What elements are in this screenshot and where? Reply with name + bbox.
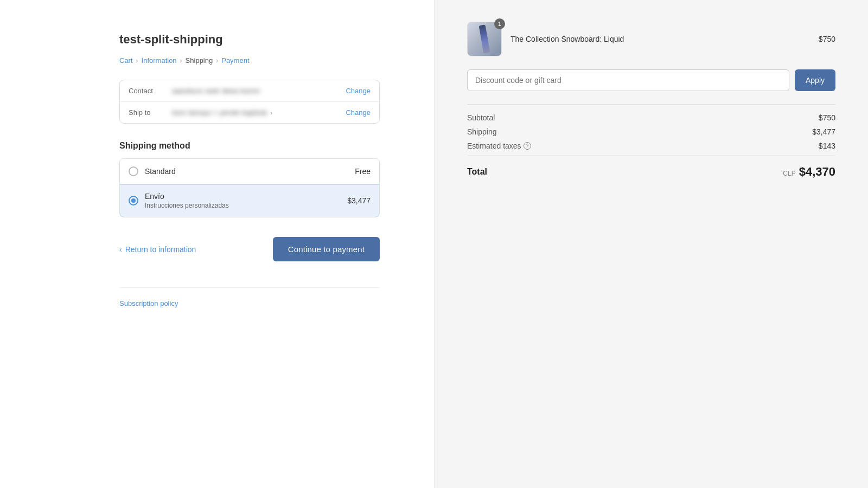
total-amount: $4,370 bbox=[799, 165, 835, 179]
option-name-standard: Standard bbox=[145, 167, 348, 176]
option-info-standard: Standard bbox=[145, 167, 348, 176]
radio-envio bbox=[129, 196, 138, 206]
summary-divider-2 bbox=[467, 156, 835, 156]
product-row: 1 The Collection Snowboard: Liquid $750 bbox=[467, 22, 835, 56]
breadcrumb-cart[interactable]: Cart bbox=[119, 56, 133, 65]
discount-code-input[interactable] bbox=[467, 69, 789, 91]
ship-to-obfuscated-value: toon laiceyo > yende kapitula bbox=[172, 108, 267, 117]
checkout-left-panel: test-split-shipping Cart › Information ›… bbox=[0, 0, 434, 488]
subtotal-label: Subtotal bbox=[467, 113, 495, 122]
return-to-information-link[interactable]: ‹ Return to information bbox=[119, 245, 196, 254]
shipping-label: Shipping bbox=[467, 127, 497, 136]
ship-to-arrow-icon: › bbox=[271, 110, 273, 116]
ship-to-change-link[interactable]: Change bbox=[346, 108, 371, 117]
breadcrumb-shipping: Shipping bbox=[186, 56, 213, 65]
shipping-value: $3,477 bbox=[812, 127, 835, 136]
total-currency-code: CLP bbox=[783, 170, 795, 177]
page-footer: Subscription policy bbox=[119, 287, 380, 307]
shipping-row: Shipping $3,477 bbox=[467, 127, 835, 136]
tax-info-icon[interactable]: ? bbox=[524, 142, 531, 150]
breadcrumb-sep-2: › bbox=[180, 57, 182, 65]
subtotal-value: $750 bbox=[819, 113, 835, 122]
shipping-method-title: Shipping method bbox=[119, 141, 380, 151]
contact-row: Contact aaeoburo oedr deea loonm Change bbox=[120, 80, 379, 102]
contact-obfuscated-value: aaeoburo oedr deea loonm bbox=[172, 87, 260, 95]
ship-to-label: Ship to bbox=[129, 108, 165, 117]
chevron-left-icon: ‹ bbox=[119, 245, 122, 254]
breadcrumb: Cart › Information › Shipping › Payment bbox=[119, 56, 380, 65]
option-price-standard: Free bbox=[355, 167, 371, 176]
shipping-option-standard[interactable]: Standard Free bbox=[120, 159, 379, 184]
breadcrumb-information[interactable]: Information bbox=[142, 56, 177, 65]
product-name: The Collection Snowboard: Liquid bbox=[510, 35, 810, 43]
contact-value: aaeoburo oedr deea loonm bbox=[172, 87, 339, 95]
contact-label: Contact bbox=[129, 87, 165, 95]
subtotal-row: Subtotal $750 bbox=[467, 113, 835, 122]
shipping-option-envio[interactable]: Envío Instrucciones personalizadas $3,47… bbox=[119, 184, 380, 217]
checkout-footer-nav: ‹ Return to information Continue to paym… bbox=[119, 237, 380, 261]
option-desc-envio: Instrucciones personalizadas bbox=[145, 202, 341, 209]
subscription-policy-link[interactable]: Subscription policy bbox=[119, 299, 178, 307]
summary-divider bbox=[467, 104, 835, 105]
shipping-options-container: Standard Free Envío Instrucciones person… bbox=[119, 158, 380, 217]
snowboard-graphic bbox=[479, 24, 490, 53]
contact-change-link[interactable]: Change bbox=[346, 87, 371, 95]
total-label: Total bbox=[467, 167, 487, 177]
breadcrumb-sep-1: › bbox=[136, 57, 138, 65]
taxes-label: Estimated taxes ? bbox=[467, 142, 531, 150]
product-price: $750 bbox=[819, 35, 835, 43]
product-quantity-badge: 1 bbox=[494, 18, 505, 29]
contact-info-box: Contact aaeoburo oedr deea loonm Change … bbox=[119, 80, 380, 124]
radio-standard bbox=[129, 166, 138, 176]
apply-discount-button[interactable]: Apply bbox=[795, 69, 835, 91]
total-row: Total CLP $4,370 bbox=[467, 165, 835, 179]
discount-row: Apply bbox=[467, 69, 835, 91]
option-info-envio: Envío Instrucciones personalizadas bbox=[145, 192, 341, 209]
taxes-row: Estimated taxes ? $143 bbox=[467, 142, 835, 150]
ship-to-value: toon laiceyo > yende kapitula › bbox=[172, 108, 339, 117]
breadcrumb-payment[interactable]: Payment bbox=[221, 56, 249, 65]
ship-to-row: Ship to toon laiceyo > yende kapitula › … bbox=[120, 102, 379, 123]
taxes-value: $143 bbox=[819, 142, 835, 150]
option-price-envio: $3,477 bbox=[347, 196, 371, 205]
store-title: test-split-shipping bbox=[119, 33, 380, 47]
return-link-label: Return to information bbox=[125, 245, 196, 254]
continue-to-payment-button[interactable]: Continue to payment bbox=[273, 237, 380, 261]
option-name-envio: Envío bbox=[145, 192, 341, 201]
order-summary-panel: 1 The Collection Snowboard: Liquid $750 … bbox=[434, 0, 868, 488]
total-value-wrap: CLP $4,370 bbox=[783, 165, 835, 179]
breadcrumb-sep-3: › bbox=[216, 57, 218, 65]
product-image-wrap: 1 bbox=[467, 22, 502, 56]
